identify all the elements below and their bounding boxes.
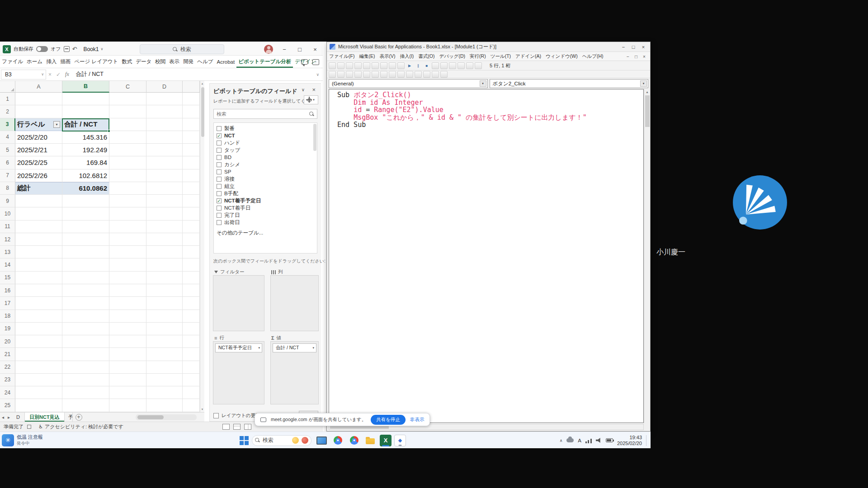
grid-cell-A23[interactable] <box>15 374 62 386</box>
field-item[interactable]: 製番 <box>217 125 317 132</box>
row-header-15[interactable]: 15 <box>0 272 15 284</box>
grid-cell-D15[interactable] <box>146 272 183 284</box>
rows-drop-zone[interactable]: NCT着手予定日▾ <box>213 341 264 404</box>
sheet-next-icon[interactable]: ▸ <box>6 415 12 420</box>
grid-cell-A6[interactable]: 2025/2/25 <box>15 156 62 169</box>
grid-cell-E3[interactable] <box>183 118 200 131</box>
fields-search-box[interactable]: 検索 <box>213 109 317 119</box>
row-header-9[interactable]: 9 <box>0 195 15 207</box>
grid-cell-E17[interactable] <box>183 297 200 310</box>
name-box[interactable]: B3∨ <box>1 70 46 80</box>
grid-cell-A24[interactable] <box>15 386 62 399</box>
tray-expand-icon[interactable]: ∧ <box>560 438 563 443</box>
grid-cell-A20[interactable] <box>15 335 62 348</box>
child-close-button[interactable]: × <box>640 54 648 59</box>
grid-cell-D5[interactable] <box>146 144 183 156</box>
grid-cell-B12[interactable] <box>62 233 109 246</box>
grid-cell-E21[interactable] <box>183 348 200 361</box>
field-checkbox[interactable] <box>217 148 222 153</box>
row-header-2[interactable]: 2 <box>0 105 15 118</box>
scrollbar-thumb[interactable] <box>201 87 204 137</box>
ribbon-tab[interactable]: 表示 <box>167 56 181 68</box>
formula-value[interactable]: 合計 / NCT <box>76 70 104 78</box>
title-search-box[interactable]: 検索 <box>140 44 224 54</box>
ribbon-tab[interactable]: Acrobat <box>215 56 237 68</box>
battery-icon[interactable] <box>606 438 613 442</box>
toggle-breakpoint-icon[interactable] <box>389 71 396 78</box>
ribbon-tab[interactable]: ホーム <box>25 56 44 68</box>
grid-cell-D10[interactable] <box>146 207 183 220</box>
grid-cell-C18[interactable] <box>109 310 146 323</box>
scrollbar-thumb[interactable] <box>137 415 164 419</box>
grid-cell-B21[interactable] <box>62 348 109 361</box>
grid-cell-B22[interactable] <box>62 361 109 374</box>
design-mode-icon[interactable] <box>432 62 439 69</box>
grid-cell-E19[interactable] <box>183 323 200 335</box>
grid-cell-D9[interactable] <box>146 195 183 207</box>
quick-info-icon[interactable] <box>346 71 353 78</box>
grid-cell-D2[interactable] <box>146 105 183 118</box>
grid-cell-D14[interactable] <box>146 258 183 271</box>
grid-cell-C9[interactable] <box>109 195 146 207</box>
row-header-13[interactable]: 13 <box>0 246 15 258</box>
grid-cell-E10[interactable] <box>183 207 200 220</box>
object-dropdown[interactable]: (General)▾ <box>329 79 488 88</box>
column-header-D[interactable]: D <box>146 81 183 93</box>
code-editor[interactable]: Sub ボタン2_Click() Dim id As Integer id = … <box>329 89 644 423</box>
grid-cell-D4[interactable] <box>146 131 183 144</box>
toolbox-icon[interactable] <box>466 62 473 69</box>
grid-cell-B17[interactable] <box>62 297 109 310</box>
list-properties-icon[interactable] <box>329 71 336 78</box>
ribbon-tab[interactable]: ページ レイアウト <box>72 56 120 68</box>
grid-cell-B20[interactable] <box>62 335 109 348</box>
grid-cell-C11[interactable] <box>109 221 146 233</box>
redo-icon[interactable] <box>397 62 405 69</box>
vba-menu-item[interactable]: アドイン(A) <box>513 53 543 60</box>
grid-cell-E9[interactable] <box>183 195 200 207</box>
grid-cell-B14[interactable] <box>62 258 109 271</box>
scrollbar-thumb[interactable] <box>645 95 650 127</box>
grid-cell-A12[interactable] <box>15 233 62 246</box>
row-header-18[interactable]: 18 <box>0 310 15 323</box>
grid-cell-D19[interactable] <box>146 323 183 335</box>
scroll-up-icon[interactable]: ▲ <box>200 81 204 86</box>
grid-cell-C21[interactable] <box>109 348 146 361</box>
properties-window-icon[interactable] <box>449 62 456 69</box>
grid-cell-A16[interactable] <box>15 284 62 297</box>
toggle-bookmark-icon[interactable] <box>415 71 422 78</box>
field-item[interactable]: タップ <box>217 146 317 154</box>
grid-cell-A5[interactable]: 2025/2/21 <box>15 144 62 156</box>
field-item[interactable]: ✓NCT着手予定日 <box>217 197 317 204</box>
uncomment-block-icon[interactable] <box>406 71 413 78</box>
ribbon-tab[interactable]: ピボットテーブル分析 <box>236 56 293 68</box>
field-item[interactable]: 出荷日 <box>217 219 317 226</box>
grid-cell-A11[interactable] <box>15 221 62 233</box>
grid-cell-D18[interactable] <box>146 310 183 323</box>
network-icon[interactable] <box>585 438 592 443</box>
field-item[interactable]: NCT着手日 <box>217 204 317 211</box>
grid-cell-B1[interactable] <box>62 93 109 105</box>
page-layout-view-icon[interactable] <box>233 424 241 430</box>
grid-cell-B25[interactable] <box>62 399 109 412</box>
vba-menu-item[interactable]: ウィンドウ(W) <box>543 53 580 60</box>
grid-cell-A1[interactable] <box>15 93 62 105</box>
grid-cell-E20[interactable] <box>183 335 200 348</box>
scroll-down-icon[interactable]: ▼ <box>200 407 204 412</box>
row-header-11[interactable]: 11 <box>0 221 15 233</box>
code-line[interactable]: End Sub <box>337 121 643 129</box>
share-icon[interactable]: ↑ <box>312 59 319 65</box>
grid-cell-A13[interactable] <box>15 246 62 258</box>
value-field-pill[interactable]: 合計 / NCT▾ <box>273 343 316 352</box>
row-header-8[interactable]: 8 <box>0 182 15 195</box>
grid-cell-E18[interactable] <box>183 310 200 323</box>
row-header-10[interactable]: 10 <box>0 207 15 220</box>
row-header-3[interactable]: 3 <box>0 118 15 131</box>
grid-cell-A2[interactable] <box>15 105 62 118</box>
list-constants-icon[interactable] <box>337 71 344 78</box>
save-icon[interactable] <box>346 62 353 69</box>
grid-cell-C3[interactable] <box>109 118 146 131</box>
field-checkbox[interactable]: ✓ <box>217 198 222 203</box>
account-avatar[interactable] <box>264 45 273 54</box>
ribbon-tab[interactable]: 数式 <box>120 56 134 68</box>
grid-cell-B3[interactable]: 合計 / NCT <box>62 118 109 131</box>
